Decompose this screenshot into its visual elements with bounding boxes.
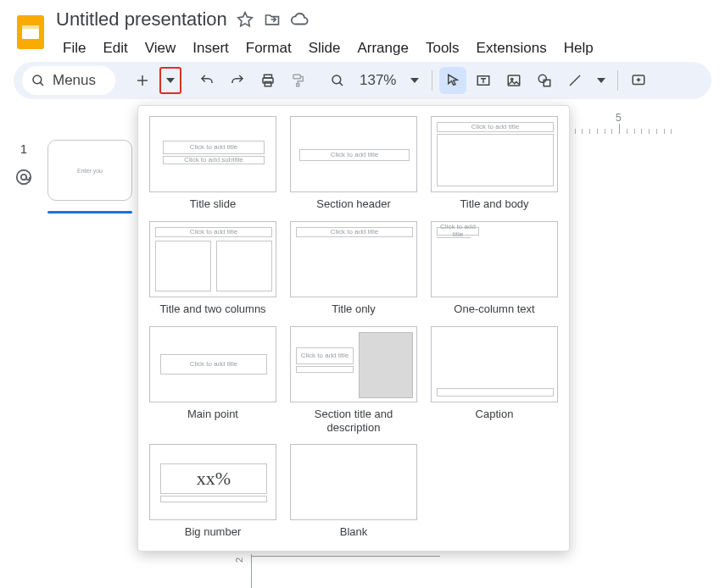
menu-tools[interactable]: Tools bbox=[419, 36, 466, 60]
toolbar-separator bbox=[617, 70, 618, 91]
layout-option-blank[interactable]: Blank bbox=[289, 444, 418, 541]
layout-option-section[interactable]: Click to add title Section header bbox=[289, 116, 418, 213]
menu-arrange[interactable]: Arrange bbox=[350, 36, 415, 60]
layout-thumbnail: Click to add title bbox=[149, 221, 276, 297]
insert-line-icon bbox=[567, 73, 583, 88]
cloud-saved-icon[interactable] bbox=[290, 10, 309, 29]
layout-label: Title slide bbox=[190, 197, 236, 213]
layout-label: Caption bbox=[476, 408, 514, 423]
add-comment-button[interactable] bbox=[625, 67, 652, 94]
svg-rect-11 bbox=[297, 84, 299, 86]
app-logo[interactable] bbox=[14, 10, 47, 54]
layout-option-caption[interactable]: Caption bbox=[430, 326, 559, 435]
layout-label: Section header bbox=[316, 197, 390, 213]
svg-point-12 bbox=[332, 75, 341, 84]
insert-shape-button[interactable] bbox=[531, 67, 558, 94]
layout-thumbnail bbox=[431, 326, 558, 402]
layout-option-sectdesc[interactable]: Click to add title Section title and des… bbox=[289, 326, 418, 435]
undo-button[interactable] bbox=[193, 67, 220, 94]
mentions-icon[interactable] bbox=[14, 168, 33, 186]
insert-line-dropdown[interactable] bbox=[592, 67, 611, 94]
menu-view[interactable]: View bbox=[138, 36, 183, 60]
layout-label: One-column text bbox=[454, 302, 534, 318]
slide-layout-menu: Click to add titleClick to add subtitle … bbox=[137, 105, 570, 552]
layout-label: Main point bbox=[187, 408, 238, 423]
search-menus-label: Menus bbox=[53, 72, 96, 89]
new-slide-icon bbox=[135, 73, 150, 88]
layout-thumbnail bbox=[290, 444, 417, 520]
menu-format[interactable]: Format bbox=[239, 36, 298, 60]
layout-thumbnail: Click to add titleClick to add subtitle bbox=[149, 116, 276, 192]
add-comment-icon bbox=[631, 73, 646, 88]
menu-slide[interactable]: Slide bbox=[302, 36, 348, 60]
redo-button[interactable] bbox=[224, 67, 251, 94]
svg-point-3 bbox=[33, 75, 42, 84]
canvas-edge bbox=[251, 556, 440, 557]
menu-file[interactable]: File bbox=[56, 36, 92, 60]
slide-number: 1 bbox=[20, 141, 27, 156]
svg-point-24 bbox=[21, 175, 26, 180]
star-icon[interactable] bbox=[236, 10, 254, 29]
undo-icon bbox=[199, 73, 215, 88]
layout-option-bignum[interactable]: xx% Big number bbox=[148, 444, 277, 541]
menu-extensions[interactable]: Extensions bbox=[470, 36, 554, 60]
paint-format-icon bbox=[291, 73, 306, 88]
layout-label: Title only bbox=[332, 302, 376, 318]
select-tool-button[interactable] bbox=[439, 67, 466, 94]
layout-option-titleonly[interactable]: Click to add title Title only bbox=[289, 221, 418, 318]
layout-option-title[interactable]: Click to add titleClick to add subtitle … bbox=[148, 116, 277, 213]
layout-thumbnail: Click to add title bbox=[290, 221, 417, 297]
search-menus[interactable]: Menus bbox=[22, 66, 115, 95]
zoom-button[interactable] bbox=[324, 67, 351, 94]
zoom-dropdown-icon bbox=[410, 76, 419, 85]
layout-option-titlebody[interactable]: Click to add title Title and body bbox=[430, 116, 559, 213]
print-button[interactable] bbox=[254, 67, 282, 94]
new-slide-layout-dropdown[interactable] bbox=[159, 67, 181, 94]
paint-format-button bbox=[285, 67, 312, 94]
new-slide-layout-dropdown-icon bbox=[166, 76, 175, 85]
layout-thumbnail: Click to add title bbox=[290, 326, 417, 402]
svg-point-16 bbox=[511, 78, 513, 80]
zoom-level[interactable]: 137% bbox=[354, 72, 401, 89]
zoom-dropdown[interactable] bbox=[404, 67, 425, 94]
insert-image-icon bbox=[506, 73, 521, 88]
svg-point-17 bbox=[539, 75, 547, 82]
layout-label: Section title and description bbox=[289, 408, 418, 435]
layout-label: Big number bbox=[185, 525, 241, 541]
layout-thumbnail: Click to add title bbox=[149, 326, 276, 402]
svg-line-4 bbox=[40, 82, 43, 86]
svg-rect-10 bbox=[293, 75, 300, 79]
slide-thumbnail[interactable]: Enter you bbox=[47, 140, 132, 201]
insert-image-button[interactable] bbox=[500, 67, 527, 94]
new-slide-button[interactable] bbox=[129, 67, 156, 94]
move-to-folder-icon[interactable] bbox=[263, 10, 282, 29]
layout-option-onecol[interactable]: Click to add title One-column text bbox=[430, 221, 559, 318]
layout-label: Title and body bbox=[460, 197, 528, 213]
toolbar-separator bbox=[432, 70, 432, 91]
svg-line-13 bbox=[339, 82, 343, 86]
document-title[interactable]: Untitled presentation bbox=[56, 8, 227, 31]
svg-rect-2 bbox=[22, 25, 39, 29]
insert-line-button[interactable] bbox=[561, 67, 588, 94]
slide-thumbnail-text: Enter you bbox=[77, 168, 103, 174]
svg-line-19 bbox=[570, 75, 580, 86]
slide-selected-indicator bbox=[47, 211, 132, 214]
search-icon bbox=[31, 73, 46, 88]
layout-thumbnail: xx% bbox=[149, 444, 276, 520]
layout-option-twocol[interactable]: Click to add title Title and two columns bbox=[148, 221, 277, 318]
layout-option-mainpoint[interactable]: Click to add title Main point bbox=[148, 326, 277, 435]
menu-bar: FileEditViewInsertFormatSlideArrangeTool… bbox=[56, 36, 711, 61]
layout-label: Title and two columns bbox=[159, 302, 265, 318]
insert-shape-icon bbox=[537, 73, 552, 88]
select-pointer-icon bbox=[445, 73, 460, 88]
menu-edit[interactable]: Edit bbox=[96, 36, 134, 60]
layout-thumbnail: Click to add title bbox=[431, 221, 558, 297]
menu-help[interactable]: Help bbox=[557, 36, 600, 60]
vertical-ruler-fragment: 2 bbox=[234, 557, 254, 588]
menu-insert[interactable]: Insert bbox=[186, 36, 236, 60]
layout-thumbnail: Click to add title bbox=[431, 116, 558, 192]
redo-icon bbox=[230, 73, 245, 88]
text-box-button[interactable] bbox=[470, 67, 497, 94]
toolbar: Menus 137% bbox=[14, 62, 711, 99]
print-icon bbox=[260, 73, 276, 88]
